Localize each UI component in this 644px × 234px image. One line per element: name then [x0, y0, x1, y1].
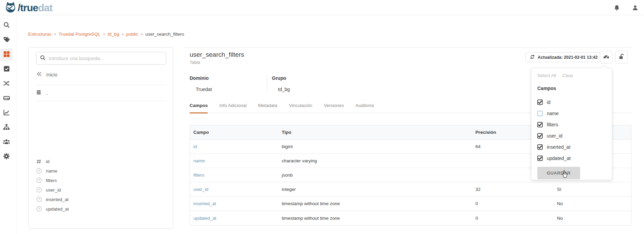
field-list-item-filters[interactable]: ?filters: [36, 176, 69, 185]
checkbox-checked[interactable]: [537, 156, 543, 161]
tab-versiones[interactable]: Versiones: [324, 101, 344, 113]
divider: [36, 101, 166, 101]
sidebar-item-quality[interactable]: [0, 63, 13, 75]
parent-schema-item[interactable]: ..: [36, 90, 48, 96]
dropdown-option-name[interactable]: name: [537, 108, 612, 119]
question-circle-icon: ?: [36, 168, 42, 174]
breadcrumb-link[interactable]: Truedat PostgreSQL: [58, 32, 100, 37]
sidebar-item-dashboards[interactable]: [0, 107, 13, 119]
field-selector-button[interactable]: [600, 51, 612, 64]
question-circle-icon: ?: [36, 178, 42, 183]
tab-campos[interactable]: Campos: [190, 101, 208, 113]
table-cell: 0: [472, 201, 554, 206]
field-list-item-inserted_at[interactable]: ?inserted_at: [36, 195, 69, 204]
bell-icon[interactable]: [613, 4, 621, 12]
checkbox-unchecked[interactable]: [537, 111, 543, 116]
field-label: inserted_at: [46, 197, 69, 202]
sidebar-item-sources[interactable]: [0, 92, 13, 105]
column-header: Campo: [190, 130, 278, 135]
user-icon[interactable]: [631, 4, 639, 12]
breadcrumb-link[interactable]: Estructuras: [28, 32, 51, 37]
gauge-icon: [603, 53, 610, 61]
sidebar-item-tags[interactable]: [0, 34, 13, 46]
breadcrumb-link[interactable]: td_bg: [108, 32, 119, 37]
question-circle-icon: ?: [36, 197, 42, 202]
table-cell: bigint: [278, 144, 472, 149]
domain-label: Dominio: [190, 75, 212, 81]
sidebar-item-settings[interactable]: [0, 151, 13, 163]
field-label: user_id: [46, 187, 61, 193]
sidebar-item-structures[interactable]: [0, 49, 13, 61]
breadcrumb-separator: >: [54, 32, 56, 37]
gear-icon: [3, 153, 10, 161]
dropdown-options: idnamefiltersuser_idinserted_atupdated_a…: [537, 96, 612, 164]
field-list-item-updated_at[interactable]: ?updated_at: [36, 204, 69, 214]
field-link[interactable]: user_id: [190, 187, 278, 192]
refresh-updated-button[interactable]: Actualizada: 2021-02-01 13:42: [525, 52, 602, 62]
tab-vinculación[interactable]: Vinculación: [289, 101, 312, 113]
field-link[interactable]: updated_at: [190, 216, 278, 221]
dropdown-option-filters[interactable]: filters: [537, 119, 612, 130]
checkbox-checked[interactable]: [537, 133, 543, 139]
table-cell: No: [554, 216, 632, 221]
svg-text:?: ?: [38, 188, 40, 192]
divider: [36, 85, 166, 85]
field-list-item-user_id[interactable]: ?user_id: [36, 185, 69, 195]
table-cell: Sí: [554, 187, 632, 192]
dropdown-option-user_id[interactable]: user_id: [537, 130, 612, 141]
field-list-item-name[interactable]: ?name: [36, 166, 69, 176]
table-cell: character varying: [278, 158, 472, 163]
field-link[interactable]: filters: [190, 173, 278, 178]
drive-icon: [3, 94, 10, 103]
clear-link[interactable]: Clear: [562, 73, 573, 78]
breadcrumb-link[interactable]: public: [126, 32, 138, 37]
tab-metadata[interactable]: Metadata: [258, 101, 277, 113]
field-link[interactable]: name: [190, 158, 278, 163]
search-input[interactable]: [49, 56, 162, 61]
table-cell: jsonb: [278, 173, 472, 178]
unlock-icon-button[interactable]: [615, 51, 628, 64]
back-home-item[interactable]: Inicio: [36, 71, 57, 78]
breadcrumb-separator: >: [103, 32, 105, 37]
checkbox-checked[interactable]: [537, 144, 543, 150]
updated-label: Actualizada: 2021-02-01 13:42: [538, 55, 597, 60]
sidebar-item-users[interactable]: [0, 136, 13, 148]
table-cell: timestamp without time zone: [278, 216, 472, 221]
table-row: inserted_attimestamp without time zone0N…: [190, 197, 631, 211]
field-list-item-id[interactable]: id: [36, 157, 69, 166]
option-label: user_id: [547, 133, 562, 139]
field-link[interactable]: id: [190, 144, 278, 149]
save-button[interactable]: GUARDAR: [537, 167, 580, 179]
sidebar-item-search[interactable]: [0, 19, 13, 32]
structure-navigator-panel: Inicio .. id?name?filters?user_id?insert…: [28, 47, 173, 229]
breadcrumb: Estructuras>Truedat PostgreSQL>td_bg>pub…: [28, 32, 184, 37]
refresh-icon: [530, 54, 535, 60]
dropdown-option-id[interactable]: id: [537, 96, 612, 108]
sidebar-item-lineage[interactable]: [0, 78, 13, 90]
svg-text:?: ?: [38, 178, 40, 182]
truedat-logo[interactable]: /truedat: [4, 1, 52, 15]
app-root: /truedat Estructuras>Truedat PostgreSQL>…: [0, 0, 644, 234]
chart-icon: [3, 109, 10, 117]
dropdown-option-updated_at[interactable]: updated_at: [537, 152, 612, 164]
table-row: user_idinteger32Sí: [190, 182, 631, 197]
parent-schema-label: ..: [46, 90, 48, 96]
main-panel-top-border: [184, 47, 632, 48]
field-selector-dropdown: Select All Clear Campos idnamefiltersuse…: [531, 68, 612, 180]
domain-info: Dominio Truedat: [190, 75, 212, 92]
checkbox-checked[interactable]: [537, 100, 543, 105]
checkbox-checked[interactable]: [537, 122, 543, 127]
table-cell: 32: [472, 187, 554, 192]
option-label: updated_at: [547, 156, 571, 161]
database-icon: [36, 90, 41, 96]
tab-info-adicional[interactable]: Info Adicional: [219, 101, 246, 113]
tab-auditoría[interactable]: Auditoría: [355, 101, 374, 113]
select-all-link[interactable]: Select All: [537, 73, 556, 78]
dropdown-option-inserted_at[interactable]: inserted_at: [537, 141, 612, 152]
option-label: name: [547, 111, 559, 116]
option-label: filters: [547, 122, 558, 127]
search-icon: [3, 21, 10, 30]
field-link[interactable]: inserted_at: [190, 201, 278, 206]
question-circle-icon: ?: [36, 187, 42, 193]
sidebar-item-taxonomy[interactable]: [0, 122, 13, 134]
